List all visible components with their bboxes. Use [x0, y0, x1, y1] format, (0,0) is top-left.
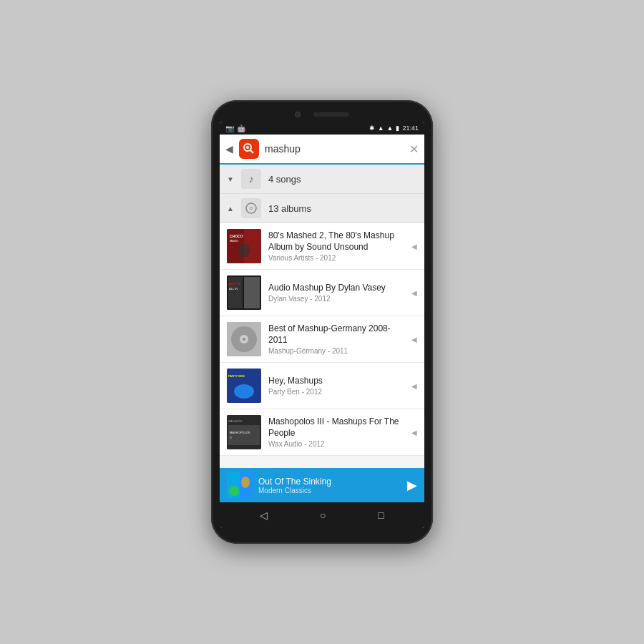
back-nav-icon[interactable]: ◁ — [260, 509, 268, 521]
svg-line-1 — [250, 150, 254, 154]
svg-text:PUT IT: PUT IT — [229, 282, 240, 286]
svg-point-22 — [234, 384, 254, 399]
album-meta-5: Wax Audio - 2012 — [268, 440, 404, 448]
svg-text:MASHOPOLOS: MASHOPOLOS — [230, 431, 250, 434]
albums-icon — [241, 198, 261, 218]
status-right: ✱ ▲ ▲ ▮ 21:41 — [369, 125, 419, 132]
phone-screen: 📷 🤖 ✱ ▲ ▲ ▮ 21:41 ◀ ✕ — [220, 122, 424, 528]
svg-point-5 — [250, 208, 252, 209]
nav-bar: ◁ ○ □ — [220, 502, 424, 528]
home-nav-icon[interactable]: ○ — [320, 509, 326, 521]
album-arrow-1: ◀ — [411, 243, 417, 250]
album-meta-4: Party Ben - 2012 — [268, 388, 404, 396]
album-thumbnail-1: CHOCO MANG — [227, 229, 261, 263]
album-title-2: Audio Mashup By Dylan Vasey — [268, 283, 404, 294]
svg-point-2 — [246, 146, 249, 149]
svg-text:MANG: MANG — [230, 239, 238, 243]
svg-rect-26 — [228, 425, 260, 445]
songs-label: 4 songs — [268, 174, 301, 185]
play-button[interactable]: ▶ — [407, 477, 417, 493]
search-input[interactable] — [265, 143, 404, 155]
android-icon: 🤖 — [237, 125, 245, 132]
status-bar: 📷 🤖 ✱ ▲ ▲ ▮ 21:41 — [220, 122, 424, 135]
list-item[interactable]: CHOCO MANG 80's Mashed 2, The 80's Mashu… — [220, 223, 424, 270]
phone-device: 📷 🤖 ✱ ▲ ▲ ▮ 21:41 ◀ ✕ — [211, 100, 433, 544]
front-camera — [295, 112, 301, 117]
album-arrow-5: ◀ — [411, 429, 417, 436]
songs-toggle-icon[interactable]: ▼ — [227, 175, 234, 183]
album-meta-1: Various Artists - 2012 — [268, 254, 404, 262]
album-info-2: Audio Mashup By Dylan Vasey Dylan Vasey … — [268, 283, 404, 303]
search-bar: ◀ ✕ — [220, 135, 424, 165]
list-item[interactable]: WAX AUDIO MASHOPOLOS III Mashopolos III … — [220, 409, 424, 456]
svg-point-19 — [243, 338, 245, 341]
svg-point-32 — [241, 477, 250, 488]
album-info-1: 80's Mashed 2, The 80's Mashup Album by … — [268, 230, 404, 262]
time-display: 21:41 — [402, 125, 419, 132]
albums-label: 13 albums — [268, 203, 311, 214]
album-title-3: Best of Mashup-Germany 2008-2011 — [268, 323, 404, 346]
recents-nav-icon[interactable]: □ — [378, 509, 384, 521]
now-playing-info: Out Of The Sinking Modern Classics — [258, 477, 401, 494]
album-thumbnail-5: WAX AUDIO MASHOPOLOS III — [227, 415, 261, 449]
songs-section-header[interactable]: ▼ ♪ 4 songs — [220, 165, 424, 194]
wifi-icon: ▲ — [378, 125, 384, 132]
phone-bottom-bar — [220, 528, 424, 535]
screenshot-icon: 📷 — [225, 125, 234, 132]
albums-toggle-icon[interactable]: ▲ — [227, 205, 234, 213]
now-playing-thumbnail — [227, 472, 253, 498]
svg-point-31 — [229, 486, 239, 496]
album-meta-3: Mashup-Germany - 2011 — [268, 347, 404, 355]
list-item[interactable]: PUT IT ALL IN Audio Mashup By Dylan Vase… — [220, 270, 424, 316]
speaker-grill — [313, 112, 349, 117]
status-left-icons: 📷 🤖 — [225, 125, 245, 132]
list-item[interactable]: PARTY BEN Hey, Mashups Party Ben - 2012 … — [220, 363, 424, 409]
phone-top-bar — [220, 109, 424, 122]
bluetooth-icon: ✱ — [369, 125, 375, 132]
album-arrow-2: ◀ — [411, 289, 417, 297]
svg-text:PARTY BEN: PARTY BEN — [228, 374, 245, 378]
svg-rect-13 — [244, 277, 260, 308]
album-arrow-4: ◀ — [411, 382, 417, 390]
album-info-4: Hey, Mashups Party Ben - 2012 — [268, 376, 404, 396]
battery-icon: ▮ — [396, 125, 399, 132]
album-thumbnail-2: PUT IT ALL IN — [227, 275, 261, 310]
songs-icon: ♪ — [241, 169, 261, 189]
svg-text:CHOCO: CHOCO — [230, 234, 243, 238]
album-meta-2: Dylan Vasey - 2012 — [268, 295, 404, 303]
album-arrow-3: ◀ — [411, 336, 417, 343]
albums-section-header[interactable]: ▲ 13 albums — [220, 194, 424, 223]
album-thumbnail-3 — [227, 322, 261, 356]
album-title-4: Hey, Mashups — [268, 376, 404, 387]
svg-text:III: III — [230, 436, 232, 439]
now-playing-bar[interactable]: Out Of The Sinking Modern Classics ▶ — [220, 468, 424, 502]
album-title-5: Mashopolos III - Mashups For The People — [268, 416, 404, 439]
app-icon — [239, 139, 259, 159]
now-playing-title: Out Of The Sinking — [258, 477, 401, 487]
list-item[interactable]: Best of Mashup-Germany 2008-2011 Mashup-… — [220, 316, 424, 363]
clear-search-icon[interactable]: ✕ — [409, 142, 419, 156]
signal-icon: ▲ — [387, 125, 394, 132]
svg-point-10 — [238, 243, 250, 258]
content-list: ▼ ♪ 4 songs ▲ 13 albums — [220, 165, 424, 468]
album-info-3: Best of Mashup-Germany 2008-2011 Mashup-… — [268, 323, 404, 355]
album-info-5: Mashopolos III - Mashups For The People … — [268, 416, 404, 448]
now-playing-subtitle: Modern Classics — [258, 487, 401, 494]
svg-text:ALL IN: ALL IN — [229, 287, 238, 291]
back-icon[interactable]: ◀ — [225, 143, 233, 155]
album-thumbnail-4: PARTY BEN — [227, 369, 261, 403]
album-title-1: 80's Mashed 2, The 80's Mashup Album by … — [268, 230, 404, 253]
svg-text:WAX AUDIO: WAX AUDIO — [228, 420, 243, 423]
